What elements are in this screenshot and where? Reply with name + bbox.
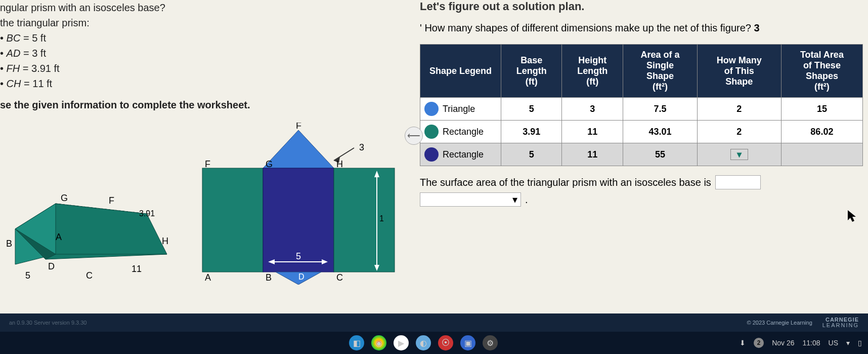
unit-dropdown[interactable]: ▾: [420, 192, 521, 207]
svg-text:F: F: [205, 159, 210, 169]
measurement-list: BC = 5 ft AD = 3 ft FH = 3.91 ft CH = 11…: [0, 30, 410, 91]
svg-rect-8: [334, 168, 395, 272]
settings-icon[interactable]: ⚙: [483, 335, 498, 350]
app-icon[interactable]: ◧: [349, 335, 364, 350]
label-5: 5: [25, 270, 30, 281]
copyright: © 2023 Carnegie Learning: [747, 320, 812, 326]
shape-table: Shape Legend BaseLength(ft) HeightLength…: [420, 44, 863, 166]
app-icon-2[interactable]: ◐: [416, 335, 431, 350]
brand-2: LEARNING: [822, 323, 859, 328]
list-item: AD = 3 ft: [0, 46, 410, 61]
shape-swatch-icon: [424, 125, 439, 139]
label-C: C: [86, 270, 93, 281]
problem-text: ngular prism with an isosceles base? the…: [0, 0, 410, 112]
svg-text:H: H: [336, 159, 343, 169]
cell-base: 5: [501, 98, 562, 121]
svg-text:5: 5: [296, 251, 301, 261]
list-item: BC = 5 ft: [0, 30, 410, 46]
cell-base: 3.91: [501, 121, 562, 143]
label-11: 11: [132, 264, 142, 274]
svg-text:C: C: [336, 272, 343, 283]
label-side: 3.91: [139, 209, 155, 218]
play-store-icon[interactable]: ▶: [394, 335, 409, 350]
net-figure: 3 5 1 F F G H A B D C: [197, 123, 400, 285]
svg-text:G: G: [266, 159, 273, 169]
app-icon-3[interactable]: ⦿: [438, 335, 453, 350]
shape-name: Triangle: [443, 104, 475, 114]
cell-area: 43.01: [623, 121, 697, 143]
cursor-icon: [848, 210, 858, 224]
summary-sentence: The surface area of the triangular prism…: [420, 175, 863, 189]
prism-intro: the triangular prism:: [0, 15, 410, 30]
col-total: Total Areaof TheseShapes(ft²): [781, 45, 862, 98]
table-row: Triangle537.5215: [420, 98, 863, 121]
prism-3d-figure: G F 3.91 A B D 5 C 11 H: [0, 153, 177, 285]
label-B: B: [6, 239, 12, 249]
col-area: Area of aSingleShape(ft²): [623, 45, 697, 98]
col-count: How Manyof ThisShape: [697, 45, 781, 98]
instruction-text: se the given information to complete the…: [0, 97, 410, 112]
shape-swatch-icon: [424, 102, 439, 116]
shape-name: Rectangle: [443, 127, 484, 137]
build-info: an 0.9.30 Server version 9.3.30: [9, 320, 86, 326]
collapse-panel-button[interactable]: ⟵: [405, 127, 423, 145]
taskbar-center: ◧ ◉ ▶ ◐ ⦿ ▣ ⚙: [349, 335, 498, 350]
svg-text:A: A: [205, 272, 211, 283]
shapes-answer: 3: [754, 22, 759, 33]
battery-icon[interactable]: ▯: [858, 339, 862, 347]
list-item: CH = 11 ft: [0, 76, 410, 91]
cell-height: 11: [562, 143, 623, 166]
locale-display: US: [829, 339, 838, 347]
chevron-down-icon: ▾: [512, 193, 517, 206]
time-display: 11:08: [802, 339, 820, 347]
plan-title: Let's figure out a solution plan.: [420, 0, 863, 13]
shape-name: Rectangle: [443, 149, 484, 160]
footer-strip: an 0.9.30 Server version 9.3.30 © 2023 C…: [0, 313, 868, 332]
list-item: FH = 3.91 ft: [0, 61, 410, 76]
label-H: H: [162, 236, 168, 246]
table-row: Rectangle51155▾: [420, 143, 863, 166]
svg-text:3: 3: [359, 142, 364, 152]
count-dropdown[interactable]: ▾: [730, 149, 748, 160]
arrow-left-icon: ⟵: [407, 130, 420, 141]
date-display: Nov 26: [772, 339, 794, 347]
cell-base: 5: [501, 143, 562, 166]
taskbar: ◧ ◉ ▶ ◐ ⦿ ▣ ⚙ ⬇ 2 Nov 26 11:08 US ▾ ▯: [0, 332, 868, 354]
col-height: HeightLength(ft): [562, 45, 623, 98]
wifi-icon[interactable]: ▾: [846, 339, 850, 347]
cell-area: 55: [623, 143, 697, 166]
left-problem-panel: ngular prism with an isosceles base? the…: [0, 0, 415, 314]
col-shape: Shape Legend: [420, 45, 501, 98]
shapes-question: ' How many shapes of different dimension…: [420, 22, 863, 34]
label-D: D: [48, 261, 55, 271]
partial-question: ngular prism with an isosceles base?: [0, 0, 410, 15]
label-F: F: [109, 195, 114, 206]
chrome-icon[interactable]: ◉: [371, 335, 386, 350]
surface-area-input[interactable]: [715, 175, 761, 189]
cell-total: 86.02: [781, 121, 862, 143]
table-row: Rectangle3.911143.01286.02: [420, 121, 863, 143]
chevron-down-icon: ▾: [737, 149, 742, 160]
taskbar-right: ⬇ 2 Nov 26 11:08 US ▾ ▯: [740, 338, 862, 348]
cell-height: 11: [562, 121, 623, 143]
notification-badge[interactable]: 2: [754, 338, 764, 348]
svg-text:B: B: [266, 272, 272, 283]
label-A: A: [56, 232, 62, 242]
app-icon-4[interactable]: ▣: [460, 335, 475, 350]
cell-count: 2: [697, 121, 781, 143]
label-G: G: [61, 193, 68, 203]
svg-rect-6: [202, 168, 263, 272]
shape-swatch-icon: [424, 147, 439, 162]
cell-total: [781, 143, 862, 166]
svg-text:1: 1: [379, 214, 384, 223]
svg-marker-29: [848, 210, 856, 222]
cell-count: 2: [697, 98, 781, 121]
cell-height: 3: [562, 98, 623, 121]
svg-marker-5: [263, 130, 334, 168]
right-solution-panel: ⟵ Let's figure out a solution plan. ' Ho…: [415, 0, 868, 314]
col-base: BaseLength(ft): [501, 45, 562, 98]
svg-text:F: F: [296, 123, 301, 131]
svg-text:D: D: [298, 272, 305, 281]
download-icon[interactable]: ⬇: [740, 339, 746, 347]
cell-area: 7.5: [623, 98, 697, 121]
